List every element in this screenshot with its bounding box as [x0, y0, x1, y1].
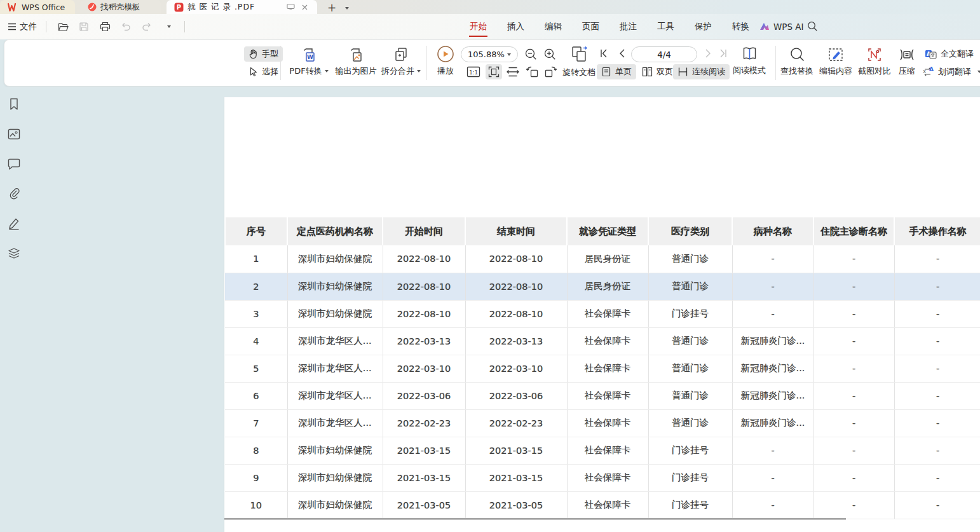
- last-page-button[interactable]: [716, 48, 730, 58]
- table-cell: 8: [225, 437, 287, 464]
- continuous-reading-label: 连续阅读: [692, 66, 725, 78]
- page-indicator-input[interactable]: 4/4: [631, 46, 697, 62]
- next-page-button[interactable]: [701, 48, 715, 58]
- menu-item[interactable]: 编辑: [544, 15, 562, 38]
- table-cell: -: [732, 245, 813, 273]
- svg-text:x: x: [923, 69, 926, 74]
- table-cell: 1: [225, 245, 287, 273]
- table-cell: 深圳市龙华区人...: [287, 327, 383, 355]
- hand-tool-button[interactable]: 手型: [244, 46, 283, 62]
- replace-pages-icon[interactable]: [570, 45, 589, 63]
- select-tool-button[interactable]: 选择: [244, 64, 283, 79]
- double-page-label: 双页: [657, 66, 673, 78]
- edit-content-button[interactable]: 编辑内容: [816, 46, 855, 77]
- table-cell: 普通门诊: [648, 273, 732, 300]
- table-cell: 新冠肺炎门诊...: [732, 327, 813, 355]
- pdf-convert-icon: W: [301, 46, 317, 63]
- find-replace-icon: [789, 46, 805, 63]
- redo-icon[interactable]: [139, 19, 154, 34]
- export-image-icon: [348, 46, 364, 63]
- file-menu-button[interactable]: 文件: [8, 21, 37, 32]
- undo-icon[interactable]: [118, 19, 133, 34]
- export-as-image-button[interactable]: 输出为图片: [332, 46, 380, 77]
- rotate-doc-button[interactable]: 旋转文档: [562, 67, 595, 78]
- table-cell: 2022-03-06: [383, 382, 465, 409]
- table-cell: 10: [225, 491, 287, 519]
- continuous-reading-button[interactable]: 连续阅读: [673, 64, 730, 79]
- thumbnails-panel-icon[interactable]: [6, 126, 22, 142]
- pdf-page: 序号定点医药机构名称开始时间结束时间就诊凭证类型医疗类别病种名称住院主诊断名称手…: [224, 97, 980, 532]
- table-cell: 普通门诊: [648, 245, 732, 273]
- tab-list-chevron-icon[interactable]: [345, 7, 349, 10]
- play-slideshow-button[interactable]: 播放: [432, 45, 459, 77]
- fit-page-button[interactable]: [486, 64, 502, 79]
- book-icon: [741, 46, 758, 62]
- table-cell: 2022-08-10: [383, 300, 465, 327]
- full-text-translate-button[interactable]: A 全文翻译: [925, 47, 974, 61]
- actual-size-button[interactable]: 1:1: [466, 65, 480, 78]
- rotate-right-button[interactable]: [543, 65, 557, 78]
- save-icon[interactable]: [76, 19, 92, 34]
- table-cell: -: [813, 409, 894, 437]
- tab-monitor-icon[interactable]: [285, 2, 296, 12]
- tab-document-pdf[interactable]: P 就 医 记 录 .PDF: [167, 0, 317, 14]
- split-merge-button[interactable]: 拆分合并: [378, 46, 424, 77]
- zoom-out-button[interactable]: [524, 48, 538, 61]
- menu-item[interactable]: 转换: [732, 15, 750, 38]
- tab-close-icon[interactable]: [299, 2, 310, 12]
- table-cell: 深圳市妇幼保健院: [287, 245, 383, 273]
- table-cell: 新冠肺炎门诊...: [732, 409, 813, 437]
- tab-docer-templates[interactable]: 找稻壳模板: [80, 0, 161, 14]
- comments-panel-icon[interactable]: [6, 156, 22, 172]
- menu-item[interactable]: 开始: [469, 15, 487, 38]
- bookmarks-panel-icon[interactable]: [6, 96, 22, 113]
- zoom-value: 105.88%: [468, 50, 505, 59]
- table-cell: 社会保障卡: [567, 355, 648, 382]
- signature-panel-icon[interactable]: [6, 215, 22, 232]
- export-image-label: 输出为图片: [336, 65, 377, 77]
- first-page-button[interactable]: [597, 48, 611, 58]
- wps-ai-button[interactable]: WPS AI: [759, 14, 804, 39]
- quick-access-chevron-icon[interactable]: [160, 19, 175, 34]
- table-cell: 普通门诊: [648, 355, 732, 382]
- print-icon[interactable]: [97, 19, 112, 34]
- menu-item[interactable]: 工具: [657, 15, 675, 38]
- layers-panel-icon[interactable]: [6, 245, 22, 262]
- screenshot-compare-button[interactable]: 截图对比: [855, 46, 894, 77]
- pdf-convert-button[interactable]: W PDF转换: [286, 46, 332, 77]
- tab-wps-home[interactable]: WPS Office: [0, 0, 75, 14]
- table-column-header: 定点医药机构名称: [287, 217, 383, 245]
- single-page-button[interactable]: 单页: [597, 64, 636, 79]
- menu-search-icon[interactable]: [807, 21, 818, 32]
- divider: [775, 46, 776, 80]
- read-mode-label: 阅读模式: [733, 65, 766, 76]
- document-area: 序号定点医药机构名称开始时间结束时间就诊凭证类型医疗类别病种名称住院主诊断名称手…: [0, 87, 980, 532]
- word-translate-button[interactable]: Ax 划词翻译: [922, 65, 980, 79]
- previous-page-button[interactable]: [615, 48, 629, 58]
- open-file-icon[interactable]: [55, 19, 71, 34]
- find-replace-button[interactable]: 查找替换: [777, 46, 817, 77]
- zoom-level-select[interactable]: 105.88%: [461, 46, 518, 62]
- rotate-left-button[interactable]: [526, 65, 540, 78]
- compress-button[interactable]: 压缩: [894, 46, 920, 77]
- table-cell: 2022-02-23: [465, 409, 567, 437]
- table-cell: -: [813, 464, 894, 491]
- menu-item[interactable]: 插入: [507, 15, 525, 38]
- cursor-icon: [248, 67, 258, 77]
- attachments-panel-icon[interactable]: [6, 186, 22, 202]
- table-cell: 深圳市妇幼保健院: [287, 491, 383, 519]
- table-cell: 社会保障卡: [567, 300, 648, 327]
- menu-item[interactable]: 页面: [582, 15, 600, 38]
- new-tab-button[interactable]: +: [327, 1, 336, 14]
- menu-item[interactable]: 保护: [694, 15, 712, 38]
- table-cell: -: [732, 300, 813, 327]
- zoom-in-button[interactable]: [543, 48, 557, 61]
- read-mode-button[interactable]: 阅读模式: [731, 46, 768, 76]
- screenshot-compare-icon: [866, 46, 883, 63]
- menu-item[interactable]: 批注: [619, 15, 637, 38]
- edit-content-icon: [827, 46, 844, 63]
- table-row: 1深圳市妇幼保健院2022-08-102022-08-10居民身份证普通门诊--…: [225, 245, 980, 273]
- word-translate-icon: Ax: [922, 66, 934, 78]
- pdf-convert-label: PDF转换: [289, 65, 322, 77]
- fit-width-button[interactable]: [506, 67, 520, 77]
